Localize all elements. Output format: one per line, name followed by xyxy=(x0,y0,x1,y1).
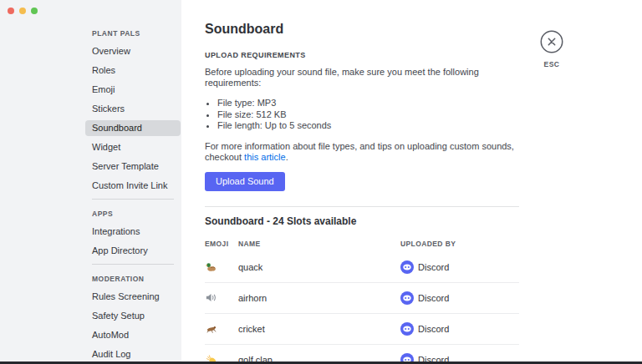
sidebar-item-custom-invite-link[interactable]: Custom Invite Link xyxy=(85,178,181,194)
uploaded-by-cell: Discord xyxy=(400,260,519,274)
sidebar-item-widget[interactable]: Widget xyxy=(85,139,181,155)
soundboard-row-cricket[interactable]: cricketDiscord xyxy=(205,314,519,345)
nav-section-header-plant-pals: PLANT PALS xyxy=(85,29,181,38)
settings-sidebar: PLANT PALSOverviewRolesEmojiStickersSoun… xyxy=(0,0,181,364)
sidebar-item-overview[interactable]: Overview xyxy=(85,43,181,59)
more-info-suffix: . xyxy=(286,152,288,162)
page-title: Soundboard xyxy=(205,22,519,37)
upload-intro-text: Before uploading your sound file, make s… xyxy=(205,67,519,88)
speaker-emoji-icon xyxy=(205,291,238,304)
sidebar-item-automod[interactable]: AutoMod xyxy=(85,327,181,343)
section-divider xyxy=(205,206,519,207)
esc-label: ESC xyxy=(538,60,565,68)
upload-requirements-list: File type: MP3File size: 512 KBFile leng… xyxy=(217,98,519,132)
uploader-name: Discord xyxy=(418,324,449,334)
sidebar-item-safety-setup[interactable]: Safety Setup xyxy=(85,308,181,324)
sidebar-item-app-directory[interactable]: App Directory xyxy=(85,243,181,259)
column-header-uploaded-by: UPLOADED BY xyxy=(400,240,519,248)
this-article-link[interactable]: this article xyxy=(244,152,286,162)
close-settings-button[interactable]: ESC xyxy=(538,30,565,68)
cricket-emoji-icon xyxy=(205,322,238,335)
upload-requirement-item: File size: 512 KB xyxy=(217,109,519,121)
column-header-emoji: EMOJI xyxy=(205,240,238,248)
uploaded-by-cell: Discord xyxy=(400,291,519,305)
discord-logo-icon xyxy=(400,322,414,336)
discord-logo-icon xyxy=(400,291,414,305)
settings-nav: PLANT PALSOverviewRolesEmojiStickersSoun… xyxy=(85,28,181,364)
sidebar-item-server-template[interactable]: Server Template xyxy=(85,159,181,174)
sound-name: quack xyxy=(238,262,400,272)
soundboard-row-quack[interactable]: quackDiscord xyxy=(205,252,519,283)
discord-server-settings-window: PLANT PALSOverviewRolesEmojiStickersSoun… xyxy=(0,0,642,364)
soundboard-row-airhorn[interactable]: airhornDiscord xyxy=(205,283,519,314)
window-controls xyxy=(8,8,38,14)
sidebar-item-soundboard[interactable]: Soundboard xyxy=(85,120,181,136)
upload-sound-button[interactable]: Upload Sound xyxy=(205,172,285,191)
sidebar-item-roles[interactable]: Roles xyxy=(85,63,181,78)
uploader-name: Discord xyxy=(418,262,449,272)
upload-requirements-heading: UPLOAD REQUIREMENTS xyxy=(205,51,519,59)
soundboard-panel: Soundboard UPLOAD REQUIREMENTS Before up… xyxy=(205,22,519,364)
discord-logo-icon xyxy=(400,260,414,274)
sidebar-divider xyxy=(92,264,174,265)
soundboard-table: quackDiscordairhornDiscordcricketDiscord… xyxy=(205,252,519,364)
uploaded-by-cell: Discord xyxy=(400,322,519,336)
upload-requirement-item: File type: MP3 xyxy=(217,98,519,109)
sidebar-divider xyxy=(92,199,174,200)
uploader-name: Discord xyxy=(418,293,449,303)
sound-name: airhorn xyxy=(238,293,400,303)
close-window-button[interactable] xyxy=(8,8,14,14)
minimize-window-button[interactable] xyxy=(19,8,26,14)
duck-emoji-icon xyxy=(205,260,238,273)
upload-requirement-item: File length: Up to 5 seconds xyxy=(217,120,519,132)
sidebar-item-emoji[interactable]: Emoji xyxy=(85,82,181,98)
zoom-window-button[interactable] xyxy=(31,8,38,14)
sidebar-item-integrations[interactable]: Integrations xyxy=(85,224,181,240)
column-header-name: NAME xyxy=(238,240,400,248)
nav-section-header-moderation: MODERATION xyxy=(85,275,181,283)
settings-content: Soundboard UPLOAD REQUIREMENTS Before up… xyxy=(181,0,642,364)
sidebar-item-rules-screening[interactable]: Rules Screening xyxy=(85,289,181,305)
close-icon[interactable] xyxy=(540,30,563,53)
nav-section-header-apps: APPS xyxy=(85,210,181,218)
sidebar-item-stickers[interactable]: Stickers xyxy=(85,101,181,117)
sidebar-item-audit-log[interactable]: Audit Log xyxy=(85,346,181,362)
more-info-text: For more information about file types, a… xyxy=(205,141,519,163)
soundboard-table-header: EMOJI NAME UPLOADED BY xyxy=(205,240,519,248)
soundboard-slots-heading: Soundboard - 24 Slots available xyxy=(205,215,519,227)
sound-name: cricket xyxy=(238,324,400,334)
